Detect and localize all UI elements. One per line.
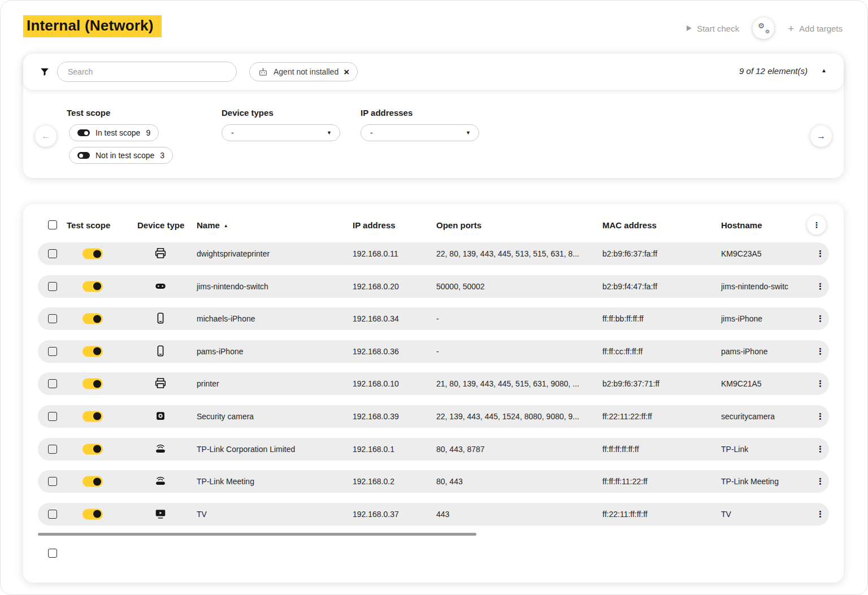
mac-address: b2:b9:f4:47:fa:ff	[602, 282, 657, 291]
ip-addresses-dropdown[interactable]: - ▼	[361, 124, 479, 141]
test-scope-toggle[interactable]	[83, 379, 103, 389]
hostname: pams-iPhone	[721, 347, 768, 356]
row-checkbox[interactable]	[48, 314, 57, 323]
table-row[interactable]: TP-Link Meeting 192.168.0.2 80, 443 ff:f…	[38, 470, 829, 493]
row-checkbox[interactable]	[48, 477, 57, 486]
test-scope-toggle[interactable]	[83, 281, 103, 292]
footer-checkbox[interactable]	[48, 549, 57, 558]
open-ports: 50000, 50002	[436, 282, 485, 291]
open-ports: 22, 80, 139, 443, 445, 513, 515, 631, 8.…	[436, 249, 579, 258]
filter-scroll-right-button[interactable]: →	[810, 125, 832, 147]
kebab-icon: ⋮	[816, 346, 824, 356]
table-row[interactable]: Security camera 192.168.0.39 22, 139, 44…	[38, 405, 829, 428]
table-row[interactable]: TV 192.168.0.37 443 ff:22:11:ff:ff:ff TV…	[38, 503, 829, 525]
toggle-knob	[93, 250, 101, 258]
table-row[interactable]: TP-Link Corporation Limited 192.168.0.1 …	[38, 438, 829, 461]
mac-address: b2:b9:f6:37:71:ff	[602, 379, 659, 388]
hostname: TV	[721, 510, 731, 519]
collapse-filters-icon[interactable]: ▲	[821, 67, 827, 73]
hostname: TP-Link Meeting	[721, 477, 779, 486]
row-checkbox[interactable]	[48, 445, 57, 454]
row-menu-button[interactable]: ⋮	[813, 411, 827, 422]
ip-addresses-group-label: IP addresses	[361, 108, 413, 118]
not-in-test-scope-filter[interactable]: Not in test scope 3	[69, 147, 173, 164]
gear-icon: ⚙	[758, 22, 765, 29]
row-menu-button[interactable]: ⋮	[813, 509, 827, 519]
test-scope-toggle[interactable]	[83, 444, 103, 454]
test-scope-toggle[interactable]	[83, 346, 103, 357]
row-menu-button[interactable]: ⋮	[813, 281, 827, 292]
mac-address: ff:ff:cc:ff:ff:ff	[602, 347, 643, 356]
row-menu-button[interactable]: ⋮	[813, 379, 827, 389]
ip-address: 192.168.0.39	[353, 412, 399, 421]
header-hostname[interactable]: Hostname	[721, 220, 762, 230]
kebab-icon: ⋮	[816, 314, 824, 323]
toggle-knob	[93, 380, 101, 388]
search-input[interactable]	[57, 62, 237, 82]
ip-address: 192.168.0.20	[353, 282, 399, 291]
header-open-ports[interactable]: Open ports	[436, 220, 481, 230]
filter-scroll-left-button[interactable]: ←	[35, 125, 57, 147]
row-checkbox[interactable]	[48, 282, 57, 291]
table-row[interactable]: pams-iPhone 192.168.0.36 - ff:ff:cc:ff:f…	[38, 340, 829, 363]
gear-small-icon: ⚙	[765, 29, 770, 34]
start-check-button[interactable]: Start check	[687, 24, 739, 33]
table-row[interactable]: michaels-iPhone 192.168.0.34 - ff:ff:bb:…	[38, 307, 829, 330]
select-all-checkbox[interactable]	[48, 220, 57, 229]
header-ip-address[interactable]: IP address	[353, 220, 396, 230]
test-scope-toggle[interactable]	[83, 249, 103, 259]
hostname: jims-nintendo-switc	[721, 282, 788, 291]
kebab-icon: ⋮	[816, 249, 824, 258]
add-targets-button[interactable]: + Add targets	[788, 23, 843, 34]
kebab-icon: ⋮	[816, 411, 824, 421]
filter-chip-agent-not-installed[interactable]: Agent not installed ×	[249, 62, 358, 81]
header-test-scope[interactable]: Test scope	[67, 220, 110, 230]
row-checkbox[interactable]	[48, 249, 57, 258]
table-row[interactable]: jims-nintendo-switch 192.168.0.20 50000,…	[38, 275, 829, 298]
table-options-button[interactable]: ⋮	[807, 215, 826, 234]
horizontal-scrollbar[interactable]	[38, 533, 476, 536]
test-scope-toggle[interactable]	[83, 509, 103, 519]
not-in-test-scope-count: 3	[160, 151, 164, 160]
toggle-knob	[93, 510, 101, 518]
hostname: TP-Link	[721, 445, 748, 454]
open-ports: 80, 443, 8787	[436, 445, 485, 454]
table-row[interactable]: dwightsprivateprinter 192.168.0.11 22, 8…	[38, 242, 829, 265]
mac-address: ff:ff:ff:11:22:ff	[602, 477, 648, 486]
header-mac-address[interactable]: MAC address	[602, 220, 657, 230]
row-checkbox[interactable]	[48, 379, 57, 388]
ip-addresses-value: -	[370, 128, 373, 137]
test-scope-toggle[interactable]	[83, 476, 103, 487]
security-camera-icon	[154, 410, 168, 423]
row-menu-button[interactable]: ⋮	[813, 314, 827, 324]
test-scope-toggle[interactable]	[83, 314, 103, 324]
row-menu-button[interactable]: ⋮	[813, 476, 827, 487]
kebab-icon: ⋮	[816, 379, 824, 388]
page-header: Internal (Network) Start check ⚙ ⚙ + Add…	[23, 15, 845, 44]
row-checkbox[interactable]	[48, 347, 57, 356]
table-body: dwightsprivateprinter 192.168.0.11 22, 8…	[23, 241, 844, 535]
filter-card: Agent not installed × 9 of 12 element(s)…	[23, 54, 844, 178]
hostname: jims-iPhone	[721, 314, 762, 323]
kebab-icon: ⋮	[813, 220, 821, 229]
filter-bar: Agent not installed × 9 of 12 element(s)…	[23, 54, 844, 90]
device-types-dropdown[interactable]: - ▼	[222, 124, 340, 141]
toggle-knob	[93, 445, 101, 453]
hostname: KM9C23A5	[721, 249, 762, 258]
in-test-scope-filter[interactable]: In test scope 9	[69, 124, 159, 141]
header-device-type[interactable]: Device type	[137, 220, 184, 230]
row-menu-button[interactable]: ⋮	[813, 346, 827, 357]
toggle-knob	[93, 412, 101, 420]
test-scope-toggle[interactable]	[83, 411, 103, 422]
mac-address: ff:ff:bb:ff:ff:ff	[602, 314, 644, 323]
close-icon[interactable]: ×	[344, 67, 349, 77]
header-name[interactable]: Name▲	[197, 220, 228, 230]
page-title-highlight: Internal (Network)	[23, 15, 162, 37]
settings-button[interactable]: ⚙ ⚙	[753, 18, 774, 39]
row-checkbox[interactable]	[48, 510, 57, 519]
table-row[interactable]: printer 192.168.0.10 21, 80, 139, 443, 4…	[38, 372, 829, 395]
row-checkbox[interactable]	[48, 412, 57, 421]
row-menu-button[interactable]: ⋮	[813, 444, 827, 454]
row-menu-button[interactable]: ⋮	[813, 249, 827, 259]
ip-address: 192.168.0.36	[353, 347, 399, 356]
